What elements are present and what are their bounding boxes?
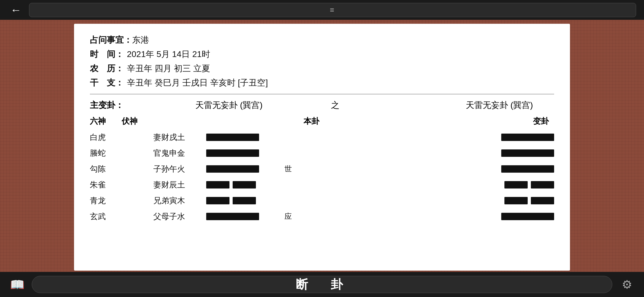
- top-bar: ← ≡: [0, 0, 644, 20]
- info-label-2: 农 历：: [90, 63, 127, 74]
- yao-name-3: 妻财辰土: [153, 180, 206, 190]
- hex-row-4: 青龙 兄弟寅木: [90, 194, 554, 208]
- bottom-bar-text: 断 卦: [296, 276, 348, 293]
- hex-row-3: 朱雀 妻财辰土: [90, 178, 554, 192]
- back-icon: ←: [10, 4, 21, 16]
- hex-row-5: 玄武 父母子水 应: [90, 210, 554, 223]
- bian-lines-1: [480, 149, 554, 157]
- bian-lines-2: [480, 165, 554, 173]
- hex-main-title: 天雷无妄卦 (巽宫): [137, 100, 320, 111]
- liushen-4: 青龙: [90, 195, 122, 206]
- info-section: 占问事宜： 东港 时 间： 2021年 5月 14日 21时 农 历： 辛丑年 …: [90, 34, 554, 89]
- main-card: 占问事宜： 东港 时 间： 2021年 5月 14日 21时 农 历： 辛丑年 …: [74, 24, 570, 271]
- liushen-3: 朱雀: [90, 180, 122, 190]
- hex-row-2: 勾陈 子孙午火 世: [90, 162, 554, 176]
- hex-main-label: 主变卦：: [90, 100, 137, 111]
- divider: [90, 94, 554, 94]
- hex-row-1: 螣蛇 官鬼申金: [90, 146, 554, 160]
- hex-header: 主变卦： 天雷无妄卦 (巽宫) 之 天雷无妄卦 (巽宫): [90, 100, 554, 111]
- bian-line-solid-0: [501, 134, 554, 141]
- ben-lines-0: [206, 134, 280, 141]
- bian-line-broken-4: [504, 197, 554, 204]
- ben-line-broken-4: [206, 197, 256, 204]
- col-header-biangua: 变卦: [470, 116, 554, 127]
- gear-button[interactable]: ⚙: [618, 275, 636, 294]
- info-value-0: 东港: [132, 34, 149, 46]
- info-label-0: 占问事宜：: [90, 34, 132, 46]
- hex-rows: 白虎 妻财戌土 螣蛇 官鬼申金: [90, 130, 554, 223]
- bian-line-solid-1: [501, 149, 554, 157]
- ben-lines-2: [206, 165, 280, 173]
- ben-line-solid-2: [206, 165, 259, 173]
- hex-zhi: 之: [331, 100, 339, 111]
- ben-lines-3: [206, 181, 280, 188]
- info-value-1: 2021年 5月 14日 21时: [127, 49, 210, 60]
- back-button[interactable]: ←: [8, 2, 24, 18]
- bian-line-solid-2: [501, 165, 554, 173]
- liushen-0: 白虎: [90, 132, 122, 143]
- bottom-bar: 📖 断 卦 ⚙: [0, 272, 644, 297]
- hex-row-0: 白虎 妻财戌土: [90, 130, 554, 144]
- info-row-2: 农 历： 辛丑年 四月 初三 立夏: [90, 63, 554, 74]
- marker-2: 世: [280, 164, 296, 174]
- liushen-1: 螣蛇: [90, 148, 122, 159]
- info-label-1: 时 间：: [90, 49, 127, 60]
- col-header-bengua: 本卦: [153, 116, 470, 127]
- ben-lines-4: [206, 197, 280, 204]
- info-value-2: 辛丑年 四月 初三 立夏: [127, 63, 210, 74]
- bian-line-broken-3: [504, 181, 554, 188]
- ben-lines-5: [206, 213, 280, 220]
- liushen-5: 玄武: [90, 211, 122, 222]
- ben-line-solid-5: [206, 213, 259, 220]
- yao-name-0: 妻财戌土: [153, 132, 206, 143]
- ben-lines-1: [206, 149, 280, 157]
- info-label-3: 干 支：: [90, 77, 127, 89]
- ben-line-solid-1: [206, 149, 259, 157]
- ben-line-solid-0: [206, 134, 259, 141]
- liushen-2: 勾陈: [90, 164, 122, 175]
- top-menu-bar[interactable]: ≡: [29, 3, 636, 17]
- columns-header: 六神 伏神 本卦 变卦: [90, 116, 554, 127]
- bottom-center-bar[interactable]: 断 卦: [32, 276, 612, 293]
- yao-name-1: 官鬼申金: [153, 148, 206, 159]
- marker-5: 应: [280, 211, 296, 221]
- ben-line-broken-3: [206, 181, 256, 188]
- book-icon: 📖: [10, 278, 25, 291]
- bian-lines-0: [480, 134, 554, 141]
- yao-name-2: 子孙午火: [153, 164, 206, 175]
- gear-icon: ⚙: [622, 278, 632, 291]
- col-header-liushen: 六神: [90, 116, 122, 127]
- hamburger-icon: ≡: [330, 6, 335, 14]
- book-button[interactable]: 📖: [8, 275, 26, 294]
- col-header-fushen: 伏神: [122, 116, 153, 127]
- info-row-3: 干 支： 辛丑年 癸巳月 壬戌日 辛亥时 [子丑空]: [90, 77, 554, 89]
- bian-lines-5: [480, 213, 554, 220]
- hex-bian-title: 天雷无妄卦 (巽宫): [350, 100, 554, 111]
- bian-line-solid-5: [501, 213, 554, 220]
- bian-lines-4: [480, 197, 554, 204]
- info-row-0: 占问事宜： 东港: [90, 34, 554, 46]
- info-value-3: 辛丑年 癸巳月 壬戌日 辛亥时 [子丑空]: [127, 77, 268, 89]
- bian-lines-3: [480, 181, 554, 188]
- yao-name-5: 父母子水: [153, 211, 206, 222]
- yao-name-4: 兄弟寅木: [153, 195, 206, 206]
- info-row-1: 时 间： 2021年 5月 14日 21时: [90, 49, 554, 60]
